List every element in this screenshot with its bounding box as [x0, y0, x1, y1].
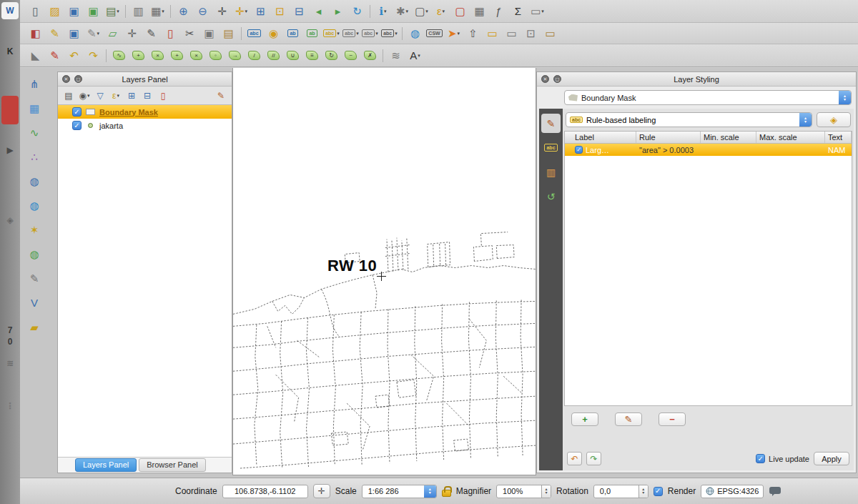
toggle-editing-icon[interactable]: ✎: [45, 24, 64, 42]
separator[interactable]: [380, 46, 386, 64]
save-project-icon[interactable]: ▣: [64, 2, 84, 20]
zoom-full-icon[interactable]: ⊞: [251, 2, 270, 20]
remove-layer-icon[interactable]: ▯: [155, 89, 171, 103]
measure-icon[interactable]: ▭ ▾: [528, 2, 547, 20]
current-style-brush-icon[interactable]: ✎: [213, 89, 229, 103]
zero-label[interactable]: 0: [1, 333, 19, 350]
checkable-extent-icon[interactable]: ⊡: [521, 24, 541, 42]
new-project-icon[interactable]: ▯: [26, 2, 45, 20]
waves-icon[interactable]: ≋: [1, 355, 19, 372]
labeling-abc-icon[interactable]: abc: [245, 24, 264, 42]
add-wms-layer-icon[interactable]: ✶: [25, 221, 44, 238]
offset-up-icon[interactable]: ⇧: [463, 24, 483, 42]
zoom-next-icon[interactable]: ▸: [328, 2, 347, 20]
extent-toggle-icon[interactable]: ✛: [313, 484, 330, 498]
digitizing-dropdown-icon[interactable]: ✎ ▾: [84, 24, 103, 42]
print-composer-icon[interactable]: ▥: [129, 2, 148, 20]
label-pin-green-icon[interactable]: ab: [302, 24, 322, 42]
map-canvas[interactable]: RW 10: [232, 68, 536, 475]
select-by-expression-icon[interactable]: ε ▾: [431, 2, 450, 20]
magnifier-stepper[interactable]: 100% ▴▾: [496, 485, 551, 498]
collapse-all-icon[interactable]: ⊟: [139, 89, 155, 103]
add-wcs-layer-icon[interactable]: ◍: [25, 245, 44, 262]
zoom-in-icon[interactable]: ⊕: [174, 2, 193, 20]
undo-style-button[interactable]: ↶: [567, 452, 582, 465]
layer-visibility-checkbox[interactable]: [72, 121, 82, 130]
move-label-icon[interactable]: A ▾: [405, 46, 425, 64]
run-feature-action-icon[interactable]: ✱ ▾: [393, 2, 412, 20]
statistical-summary-icon[interactable]: Σ: [508, 2, 528, 20]
float-panel-icon[interactable]: ◻: [74, 75, 82, 83]
coordinate-input[interactable]: 106.8738,-6.1102: [222, 485, 308, 498]
cut-features-icon[interactable]: ✂: [180, 24, 199, 42]
crs-button[interactable]: EPSG:4326: [701, 485, 764, 498]
delete-selected-icon[interactable]: ▯: [161, 24, 180, 42]
deselect-all-icon[interactable]: ▢: [450, 2, 470, 20]
rules-column-header[interactable]: Min. scale: [701, 132, 756, 143]
rules-column-header[interactable]: Max. scale: [756, 132, 825, 143]
add-spatialite-layer-icon[interactable]: ◍: [25, 172, 44, 189]
node-tool-icon[interactable]: ✎: [142, 24, 161, 42]
zoom-to-layer-icon[interactable]: ⊟: [290, 2, 309, 20]
open-project-icon[interactable]: ▨: [45, 2, 64, 20]
history-tab-icon[interactable]: ↺: [541, 187, 561, 206]
copy-features-icon[interactable]: ▣: [199, 24, 219, 42]
add-postgis-layer-icon[interactable]: ◍: [25, 197, 44, 214]
zoom-last-icon[interactable]: ◂: [309, 2, 328, 20]
split-parts-icon[interactable]: //: [264, 46, 283, 64]
delete-part-icon[interactable]: ×: [187, 46, 206, 64]
manage-layers-tree-icon[interactable]: ⋔: [25, 75, 44, 92]
pan-map-icon[interactable]: ✛: [212, 2, 232, 20]
redo-edit-icon[interactable]: ↷: [84, 46, 103, 64]
expand-all-icon[interactable]: ⊞: [124, 89, 139, 103]
layer-visibility-checkbox[interactable]: [72, 107, 82, 117]
spin-arrows-icon[interactable]: ▴▾: [541, 485, 551, 498]
composer-manager-icon[interactable]: ▦ ▾: [148, 2, 167, 20]
new-map-view-icon[interactable]: ▤ ▾: [103, 2, 122, 20]
simplify-feature-icon[interactable]: ~: [341, 46, 360, 64]
add-ring-icon[interactable]: +: [129, 46, 148, 64]
new-virtual-layer-icon[interactable]: V: [25, 294, 44, 311]
dots-icon[interactable]: ⋮: [1, 397, 19, 415]
rotation-stepper[interactable]: 0,0 ▴▾: [593, 485, 649, 498]
rotate-point-symbols-icon[interactable]: ≋: [386, 46, 405, 64]
symbology-tab-icon[interactable]: ✎: [541, 114, 561, 133]
rules-column-header[interactable]: Label: [565, 132, 636, 143]
save-layer-edits-icon[interactable]: ▣: [64, 24, 84, 42]
paste-features-icon[interactable]: ▤: [219, 24, 238, 42]
open-attribute-table-icon[interactable]: ▦: [470, 2, 489, 20]
merge-features-icon[interactable]: ∪: [283, 46, 302, 64]
cad-tools-icon[interactable]: ◣: [26, 46, 45, 64]
k-app-icon[interactable]: K: [1, 43, 19, 60]
refresh-map-icon[interactable]: ↻: [347, 2, 367, 20]
csw-button[interactable]: CSW: [425, 24, 444, 42]
undo-edit-icon[interactable]: ↶: [64, 46, 84, 64]
add-feature-icon[interactable]: ▱: [103, 24, 122, 42]
red-app-tile[interactable]: [1, 96, 19, 124]
add-vector-layer-icon[interactable]: ∿: [25, 124, 44, 141]
spin-arrows-icon[interactable]: ▴▾: [638, 485, 648, 498]
move-feature-icon[interactable]: ✛: [122, 24, 142, 42]
labeling-options-icon[interactable]: ◉: [264, 24, 283, 42]
live-update-checkbox[interactable]: [756, 454, 765, 463]
new-shapefile-layer-icon[interactable]: ▰: [25, 318, 44, 335]
layer-item-jakarta[interactable]: jakarta: [58, 119, 232, 132]
manage-visibility-icon[interactable]: ◉ ▾: [77, 89, 92, 103]
close-panel-icon[interactable]: ✕: [62, 75, 70, 83]
close-panel-icon[interactable]: ✕: [541, 75, 549, 83]
processing-run-icon[interactable]: ➤ ▾: [444, 24, 463, 42]
labeling-mode-select[interactable]: abc Rule-based labeling ▴▾: [566, 112, 812, 127]
separator[interactable]: [167, 2, 174, 20]
label-rotate-icon[interactable]: abc ▾: [360, 24, 380, 42]
labels-tab-icon[interactable]: abc: [541, 138, 561, 157]
raster-extent-icon[interactable]: ▭: [541, 24, 560, 42]
add-points-layer-icon[interactable]: ∴: [25, 148, 44, 165]
messages-bubble-icon[interactable]: [769, 486, 781, 497]
remove-rule-button[interactable]: −: [659, 412, 686, 426]
apply-button[interactable]: Apply: [814, 452, 849, 465]
select-features-icon[interactable]: ▢ ▾: [412, 2, 431, 20]
label-move-icon[interactable]: abc ▾: [341, 24, 360, 42]
lock-scale-icon[interactable]: [442, 490, 451, 497]
edit-rule-button[interactable]: ✎: [615, 412, 642, 426]
extent-rect2-icon[interactable]: ▭: [502, 24, 521, 42]
